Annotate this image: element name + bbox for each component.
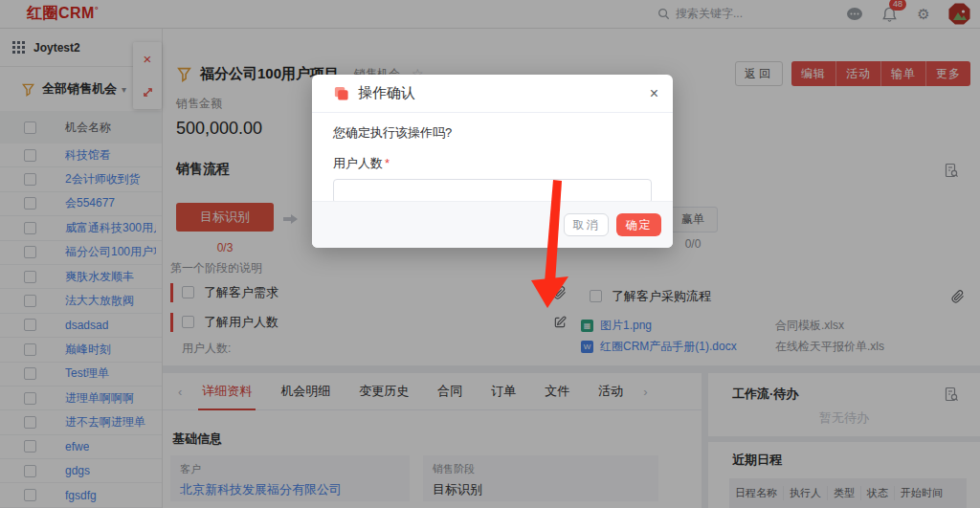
annotation-arrow bbox=[517, 172, 593, 316]
confirm-message: 您确定执行该操作吗? bbox=[333, 124, 652, 142]
app-root: 红圈CRM° 搜索关键字... 48 ⚙ Joytest2 bbox=[0, 0, 980, 508]
modal-footer: 取消 确定 bbox=[312, 201, 673, 248]
user-count-label: 用户人数* bbox=[333, 155, 652, 172]
field-label-text: 用户人数 bbox=[333, 156, 383, 170]
modal-header: 操作确认 × bbox=[312, 75, 673, 113]
confirm-button[interactable]: 确定 bbox=[616, 213, 661, 236]
modal-title: 操作确认 bbox=[358, 84, 415, 102]
confirm-modal: 操作确认 × 您确定执行该操作吗? 用户人数* 取消 确定 bbox=[312, 75, 673, 248]
modal-icon bbox=[333, 85, 349, 101]
modal-close-button[interactable]: × bbox=[650, 86, 658, 101]
modal-body: 您确定执行该操作吗? 用户人数* bbox=[312, 113, 673, 204]
required-asterisk: * bbox=[385, 156, 390, 170]
